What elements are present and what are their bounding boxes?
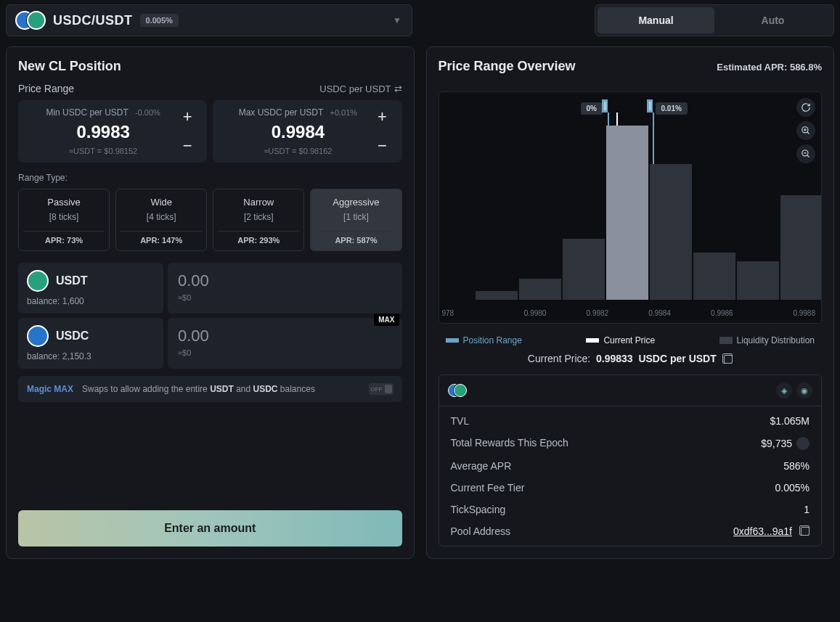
range-type-wide[interactable]: Wide [4 ticks] APR: 147%: [115, 189, 207, 251]
estimated-apr: Estimated APR: 586.8%: [717, 62, 822, 73]
max-delta: +0.01%: [330, 108, 357, 117]
min-delta: -0.00%: [135, 108, 160, 117]
stat-tvl: TVL$1.065M: [451, 415, 810, 427]
chart-legend: Position Range Current Price Liquidity D…: [439, 332, 823, 353]
per-token-text: USDC per USDT: [319, 83, 391, 94]
mode-manual-button[interactable]: Manual: [598, 7, 714, 33]
token-a-name: USDT: [56, 274, 88, 287]
stat-tick-spacing: TickSpacing1: [451, 504, 810, 515]
stat-apr: Average APR586%: [451, 460, 810, 472]
min-price-plus-button[interactable]: +: [178, 107, 197, 126]
token-b-amount-input[interactable]: 0.00 ≈$0: [168, 318, 402, 369]
legend-liquidity: Liquidity Distribution: [737, 335, 815, 345]
token-b-name: USDC: [56, 330, 89, 343]
magic-max-label[interactable]: Magic MAX: [27, 384, 73, 394]
min-price-value[interactable]: 0.9983: [28, 122, 178, 142]
liquidity-bar: [737, 261, 779, 300]
usdc-icon: [27, 325, 49, 347]
stat-pool-address: Pool Address 0xdf63...9a1f: [451, 525, 810, 537]
pair-name: USDC/USDT: [53, 13, 133, 28]
legend-position-range: Position Range: [463, 335, 522, 345]
current-price-display: Current Price: 0.99833 USDC per USDT: [439, 353, 823, 364]
max-price-label: Max USDC per USDT +0.01%: [223, 107, 372, 118]
token-a-balance: balance: 1,600: [27, 296, 155, 306]
max-price-approx: ≈USDT = $0.98162: [223, 147, 372, 155]
token-a-row: USDT balance: 1,600 0.00 ≈$0: [18, 263, 402, 314]
token-b-balance: balance: 2,150.3: [27, 351, 155, 361]
price-direction-toggle[interactable]: USDC per USDT ⇄: [319, 83, 401, 94]
stat-fee-tier: Current Fee Tier0.005%: [451, 482, 810, 494]
liquidity-bar: [780, 195, 823, 300]
token-a-amount-input[interactable]: 0.00 ≈$0: [168, 263, 402, 314]
pair-selector[interactable]: USDC/USDT 0.005% ▼: [6, 4, 412, 36]
new-position-panel: New CL Position Price Range USDC per USD…: [6, 46, 415, 559]
range-handle-left[interactable]: [602, 99, 608, 112]
mode-auto-button[interactable]: Auto: [714, 7, 831, 33]
max-price-plus-button[interactable]: +: [373, 107, 392, 126]
token-b-approx: ≈$0: [178, 348, 392, 357]
liquidity-bar: [476, 291, 518, 300]
token-b-row: MAX USDC balance: 2,150.3 0.00 ≈$0: [18, 318, 402, 369]
magic-max-row: Magic MAX Swaps to allow adding the enti…: [18, 376, 402, 402]
usdt-icon: [27, 270, 49, 292]
magic-max-toggle[interactable]: OFF: [369, 383, 394, 395]
liquidity-bar: [650, 164, 692, 300]
external-link-icon[interactable]: ◉: [796, 382, 812, 398]
chart-bars: [439, 112, 822, 300]
reward-token-icon: [796, 437, 810, 450]
pool-info-panel: ◈ ◉ TVL$1.065M Total Rewards This Epoch …: [439, 375, 823, 547]
usdt-icon: [454, 384, 467, 397]
max-price-value[interactable]: 0.9984: [223, 122, 372, 142]
stat-rewards: Total Rewards This Epoch $9,735: [451, 437, 810, 450]
max-price-minus-button[interactable]: −: [373, 136, 392, 155]
range-handle-right[interactable]: [647, 99, 653, 112]
explorer-icon[interactable]: ◈: [776, 382, 792, 398]
min-price-box: Min USDC per USDT -0.00% 0.9983 ≈USDT = …: [18, 100, 207, 163]
max-button[interactable]: MAX: [374, 314, 399, 326]
copy-icon[interactable]: [801, 527, 810, 536]
min-price-label: Min USDC per USDT -0.00%: [28, 107, 178, 118]
liquidity-bar: [693, 253, 735, 300]
pool-token-icons: [448, 384, 467, 397]
chart-x-axis: 978 0.9980 0.9982 0.9984 0.9986 0.9988: [439, 309, 822, 317]
overview-title: Price Range Overview: [439, 59, 576, 74]
min-price-minus-button[interactable]: −: [178, 136, 197, 155]
copy-icon[interactable]: [724, 355, 733, 364]
range-type-narrow[interactable]: Narrow [2 ticks] APR: 293%: [213, 189, 304, 251]
pair-token-icons: [15, 11, 46, 30]
usdt-icon: [27, 11, 46, 30]
range-type-passive[interactable]: Passive [8 ticks] APR: 73%: [18, 189, 110, 251]
min-price-approx: ≈USDT = $0.98152: [28, 147, 178, 155]
liquidity-bar: [519, 279, 561, 300]
panel-title: New CL Position: [18, 59, 402, 74]
mode-switch: Manual Auto: [595, 4, 834, 36]
liquidity-bar: [563, 239, 605, 300]
range-type-label: Range Type:: [18, 173, 402, 183]
token-a-approx: ≈$0: [178, 293, 392, 302]
chevron-down-icon: ▼: [393, 15, 401, 25]
max-price-box: Max USDC per USDT +0.01% 0.9984 ≈USDT = …: [213, 100, 401, 163]
legend-current-price: Current Price: [603, 335, 655, 345]
magic-max-desc: Swaps to allow adding the entire USDT an…: [82, 384, 315, 394]
range-type-aggressive[interactable]: Aggressive [1 tick] APR: 587%: [310, 189, 401, 251]
liquidity-chart[interactable]: 0% 0.01% 978 0.9980 0.9982 0.9984 0.9986…: [439, 91, 823, 324]
price-range-label: Price Range: [18, 83, 74, 94]
price-overview-panel: Price Range Overview Estimated APR: 586.…: [426, 46, 835, 559]
fee-badge: 0.005%: [140, 14, 179, 27]
swap-icon: ⇄: [394, 83, 402, 94]
pool-address-link[interactable]: 0xdf63...9a1f: [733, 525, 792, 537]
submit-button[interactable]: Enter an amount: [18, 510, 402, 547]
liquidity-bar: [606, 126, 648, 300]
